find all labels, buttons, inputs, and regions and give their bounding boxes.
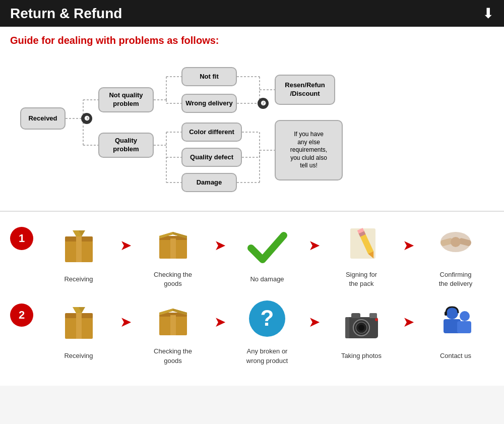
box-not-fit: Not fit [181, 67, 237, 86]
header: Return & Refund ⬇ [0, 0, 504, 27]
icon-question: ? [242, 293, 292, 344]
arrow-icon: ➤ [120, 237, 132, 254]
guide-section: Guide for dealing with problems as follo… [0, 27, 504, 206]
step-broken: ? Any broken orwrong product [227, 293, 307, 365]
arrow-icon-8: ➤ [403, 314, 414, 330]
process-steps-2: Receiving ➤ Che [38, 293, 496, 365]
step-checking-1: Checking thegoods [133, 217, 213, 288]
svg-rect-68 [351, 313, 360, 318]
box-received: Received [20, 107, 66, 130]
step-confirming: Confirmingthe delivery [415, 217, 496, 288]
svg-point-67 [358, 325, 364, 331]
step-number-1: 1 [10, 227, 33, 250]
svg-rect-74 [445, 312, 447, 316]
arrow-icon-4: ➤ [403, 237, 414, 254]
box-quality-problem: Qualityproblem [98, 133, 154, 158]
process-row-1: 1 Receiving [10, 217, 494, 288]
step-taking-photos: Taking photos [321, 298, 402, 360]
icon-box-closed-1 [53, 221, 104, 272]
svg-rect-61 [170, 315, 176, 335]
step-contact-us: Contact us [415, 298, 496, 360]
header-arrow-icon: ⬇ [482, 5, 494, 22]
step-number-2: 2 [10, 304, 33, 327]
svg-text:❷: ❷ [261, 100, 266, 107]
box-not-quality-problem: Not qualityproblem [98, 87, 154, 112]
step-receiving-2: Receiving [38, 298, 119, 360]
flowchart-svg: ❸ ❷ [10, 54, 494, 201]
icon-camera [336, 298, 387, 348]
box-resen-refund: Resen/Refun/Discount [275, 75, 335, 105]
icon-support [430, 298, 481, 348]
svg-rect-53 [76, 313, 82, 339]
flowchart: ❸ ❷ Received Not qualityproblem Qualityp… [10, 54, 494, 201]
svg-point-27 [81, 113, 92, 124]
box-damage: Damage [181, 173, 237, 192]
svg-rect-69 [369, 313, 377, 318]
svg-rect-33 [76, 236, 82, 262]
arrow-icon-2: ➤ [214, 237, 226, 254]
arrow-icon-7: ➤ [308, 314, 320, 330]
box-quality-defect: Quality defect [181, 148, 242, 167]
box-wrong-delivery: Wrong delivery [181, 94, 237, 113]
svg-text:?: ? [260, 306, 274, 330]
process-steps-1: Receiving ➤ [38, 217, 496, 288]
step-label-receiving-1: Receiving [64, 275, 93, 284]
process-row-2: 2 Receiving ➤ [10, 293, 494, 365]
svg-point-76 [460, 311, 470, 321]
icon-box-open-2 [148, 293, 198, 344]
page-wrapper: Return & Refund ⬇ Guide for dealing with… [0, 0, 504, 386]
icon-handshake [430, 217, 481, 267]
svg-text:❸: ❸ [84, 115, 90, 122]
step-label-checking-1: Checking thegoods [154, 270, 192, 288]
box-color-different: Color different [181, 123, 242, 142]
svg-point-29 [258, 98, 269, 109]
arrow-icon-5: ➤ [120, 314, 132, 330]
step-label-taking-photos: Taking photos [341, 351, 382, 360]
arrow-icon-6: ➤ [214, 314, 226, 330]
step-label-signing: Signing forthe pack [346, 270, 377, 288]
icon-box-open-1 [148, 217, 198, 267]
icon-checkmark [242, 221, 292, 272]
step-label-confirming: Confirmingthe delivery [439, 270, 472, 288]
step-label-no-damage: No damage [250, 275, 284, 284]
guide-title: Guide for dealing with problems as follo… [10, 35, 494, 46]
icon-pencil [336, 217, 387, 267]
header-title: Return & Refund [10, 6, 122, 22]
step-label-contact-us: Contact us [440, 351, 471, 360]
process-section: 1 Receiving [0, 211, 504, 376]
step-label-checking-2: Checking thegoods [154, 347, 192, 365]
svg-point-50 [451, 237, 461, 247]
svg-point-71 [375, 318, 378, 321]
step-receiving-1: Receiving [38, 221, 119, 284]
svg-rect-77 [457, 321, 471, 333]
step-no-damage: No damage [227, 221, 307, 284]
svg-rect-70 [345, 317, 349, 338]
step-signing: Signing forthe pack [321, 217, 402, 288]
step-checking-2: Checking thegoods [133, 293, 213, 365]
svg-rect-41 [170, 238, 176, 259]
step-label-receiving-2: Receiving [64, 351, 93, 360]
box-requirements: If you haveany elserequirements,you clul… [275, 120, 343, 180]
step-label-broken: Any broken orwrong product [246, 347, 288, 365]
icon-box-closed-2 [53, 298, 104, 348]
arrow-icon-3: ➤ [308, 237, 320, 254]
